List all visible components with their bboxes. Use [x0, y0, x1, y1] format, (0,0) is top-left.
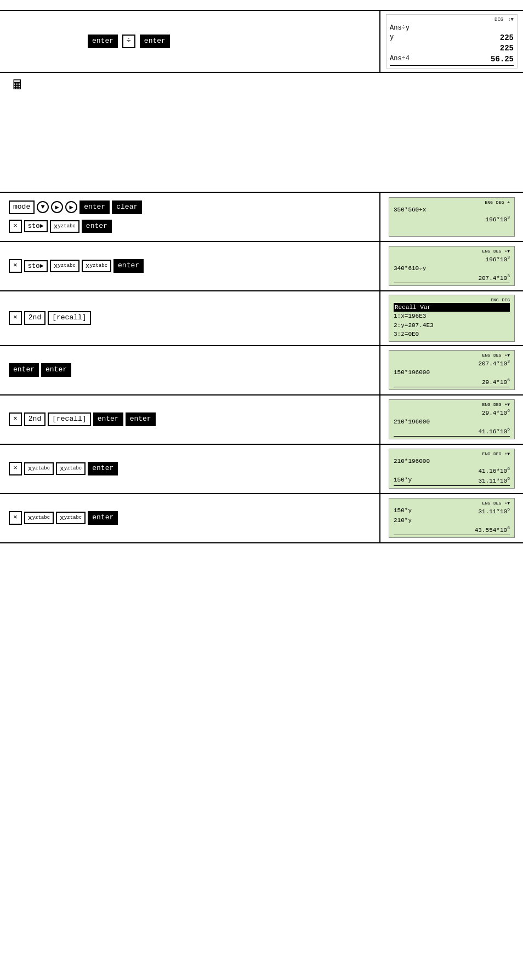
row2-left: × sto► xyztabc xyztabc enter: [0, 242, 380, 290]
clear-key[interactable]: clear: [112, 200, 142, 214]
2nd-key-row3[interactable]: 2nd: [24, 311, 46, 325]
row7-left: × xyztabc xyztabc enter: [0, 494, 380, 542]
instruction-row-2: × sto► xyztabc xyztabc enter ENG DEG: [0, 242, 523, 291]
enter-key-row5-2[interactable]: enter: [126, 412, 156, 426]
deg-indicator: DEG: [494, 17, 503, 22]
screen7-line3: 43.554*106: [394, 525, 510, 535]
enter-key-row7[interactable]: enter: [88, 511, 118, 525]
row2-right: ENG DEG +▼ 196*103 340*610÷y 207.4*103: [380, 242, 523, 290]
xabc-key-row6-1[interactable]: xyztabc: [24, 462, 54, 475]
screen-row7: ENG DEG +▼ 150*y 31.11*106 210*y 43.554*…: [389, 498, 515, 538]
screen7-indicators: ENG DEG +▼: [394, 501, 510, 506]
recall-key-row5[interactable]: [recall]: [48, 412, 90, 426]
xabc-key-row6-2[interactable]: xyztabc: [56, 462, 86, 475]
instruction-row-3: × 2nd [recall] ENG DEG Recall Var 1:x=19…: [0, 291, 523, 346]
screen2-line3: 207.4*103: [394, 273, 510, 283]
calc-icon: 🖩: [0, 73, 523, 93]
display-line-6: Ans÷4: [390, 54, 410, 65]
screen7-line1: 150*y 31.11*106: [394, 506, 510, 516]
row6-keys: × xyztabc xyztabc enter: [9, 462, 371, 475]
multiply-key-row2[interactable]: ×: [9, 259, 22, 273]
row2-keys: × sto► xyztabc xyztabc enter: [9, 259, 371, 273]
screen3-indicators: ENG DEG: [394, 297, 510, 302]
multiply-key-row6[interactable]: ×: [9, 462, 22, 475]
right-arrow-key-1[interactable]: ▶: [51, 201, 63, 213]
screen-row1: ENG DEG + 350*560÷x 196*103: [389, 197, 515, 237]
row1-right: ENG DEG + 350*560÷x 196*103: [380, 193, 523, 241]
display-line-5: 225: [500, 43, 514, 54]
multiply-key-row5[interactable]: ×: [9, 412, 22, 426]
xabc-key-row1[interactable]: xyztabc: [50, 220, 79, 233]
instruction-row-6: × xyztabc xyztabc enter ENG DEG +▼: [0, 445, 523, 494]
enter-key-row4-1[interactable]: enter: [9, 363, 39, 377]
2nd-key-row5[interactable]: 2nd: [24, 412, 46, 426]
enter-key-row5-1[interactable]: enter: [93, 412, 123, 426]
top-indicators: DEG ↕▼: [390, 17, 514, 22]
screen4-line1: 207.4*103: [394, 358, 510, 368]
row4-left: enter enter: [0, 346, 380, 394]
instruction-row-1: mode ▼ ▶ ▶ enter clear × sto► xyztabc en…: [0, 193, 523, 242]
screen6-indicators: ENG DEG +▼: [394, 451, 510, 456]
instruction-row-5: × 2nd [recall] enter enter ENG DEG +▼ 29…: [0, 396, 523, 445]
screen-row3: ENG DEG Recall Var 1:x=196E3 2:y=207.4E3…: [389, 295, 515, 342]
row3-left: × 2nd [recall]: [0, 291, 380, 345]
enter-key-row6[interactable]: enter: [88, 462, 118, 475]
row1-keys-line2: × sto► xyztabc enter: [9, 220, 371, 233]
xabc-key-row2-1[interactable]: xyztabc: [50, 260, 79, 272]
main-content: mode ▼ ▶ ▶ enter clear × sto► xyztabc en…: [0, 192, 523, 543]
row7-keys: × xyztabc xyztabc enter: [9, 511, 371, 525]
enter-key-row1-1[interactable]: enter: [79, 200, 110, 214]
enter-key-row1-2[interactable]: enter: [82, 220, 112, 233]
screen3-line1: Recall Var: [394, 303, 510, 312]
screen1-line2: 196*103: [394, 214, 510, 224]
row4-right: ENG DEG +▼ 207.4*103 150*196000 29.4*106: [380, 346, 523, 394]
multiply-key-row1[interactable]: ×: [9, 220, 22, 233]
row3-right: ENG DEG Recall Var 1:x=196E3 2:y=207.4E3…: [380, 291, 523, 345]
enter-key-row2[interactable]: enter: [113, 259, 144, 273]
mode-key[interactable]: mode: [9, 200, 35, 214]
screen2-indicators: ENG DEG +▼: [394, 249, 510, 254]
screen5-line2: 210*196000: [394, 417, 510, 427]
recall-key-row3[interactable]: [recall]: [48, 311, 90, 325]
multiply-key-row7[interactable]: ×: [9, 511, 22, 525]
down-arrow-key[interactable]: ▼: [37, 201, 49, 213]
display-line-3: 225: [500, 33, 514, 44]
xabc-key-row2-2[interactable]: xyztabc: [82, 260, 111, 272]
multiply-key-row3[interactable]: ×: [9, 311, 22, 325]
xabc-key-row7-1[interactable]: xyztabc: [24, 512, 54, 524]
row1-keys-line1: mode ▼ ▶ ▶ enter clear: [9, 200, 371, 214]
sto-key-row2[interactable]: sto►: [24, 260, 48, 272]
screen-row2: ENG DEG +▼ 196*103 340*610÷y 207.4*103: [389, 246, 515, 286]
screen1-indicators: ENG DEG +: [394, 200, 510, 205]
row3-keys: × 2nd [recall]: [9, 311, 371, 325]
divide-key[interactable]: ÷: [122, 35, 135, 48]
screen-row6: ENG DEG +▼ 210*196000 41.16*106 150*y 31…: [389, 449, 515, 489]
page: enter ÷ enter DEG ↕▼ Ans÷y y 225 225: [0, 10, 523, 543]
screen5-line1: 29.4*106: [394, 408, 510, 417]
row5-keys: × 2nd [recall] enter enter: [9, 412, 371, 426]
screen3-line2: 1:x=196E3: [394, 312, 510, 321]
screen5-line3: 41.16*106: [394, 426, 510, 437]
xabc-key-row7-2[interactable]: xyztabc: [56, 512, 86, 524]
row5-left: × 2nd [recall] enter enter: [0, 396, 380, 444]
enter-key-row4-2[interactable]: enter: [41, 363, 71, 377]
mode-indicator: ↕▼: [508, 17, 514, 22]
enter-key-1[interactable]: enter: [88, 35, 118, 48]
enter-key-2[interactable]: enter: [140, 35, 170, 48]
row6-right: ENG DEG +▼ 210*196000 41.16*106 150*y 31…: [380, 445, 523, 493]
sto-key-row1[interactable]: sto►: [24, 220, 48, 232]
screen3-line4: 3:z=0E0: [394, 330, 510, 339]
row5-right: ENG DEG +▼ 29.4*106 210*196000 41.16*106: [380, 396, 523, 444]
row6-left: × xyztabc xyztabc enter: [0, 445, 380, 493]
top-right-panel: DEG ↕▼ Ans÷y y 225 225 Ans÷4 56.25: [380, 11, 523, 72]
display-line-1: Ans÷y: [390, 24, 514, 33]
screen-row5: ENG DEG +▼ 29.4*106 210*196000 41.16*106: [389, 399, 515, 440]
screen7-line2: 210*y: [394, 516, 510, 525]
right-arrow-key-2[interactable]: ▶: [65, 201, 77, 213]
row1-left: mode ▼ ▶ ▶ enter clear × sto► xyztabc en…: [0, 193, 380, 241]
row7-right: ENG DEG +▼ 150*y 31.11*106 210*y 43.554*…: [380, 494, 523, 542]
screen4-line2: 150*196000: [394, 368, 510, 377]
screen6-line3: 150*y 31.11*106: [394, 475, 510, 486]
top-left-panel: enter ÷ enter: [0, 11, 380, 72]
display-line-7: 56.25: [491, 54, 514, 65]
